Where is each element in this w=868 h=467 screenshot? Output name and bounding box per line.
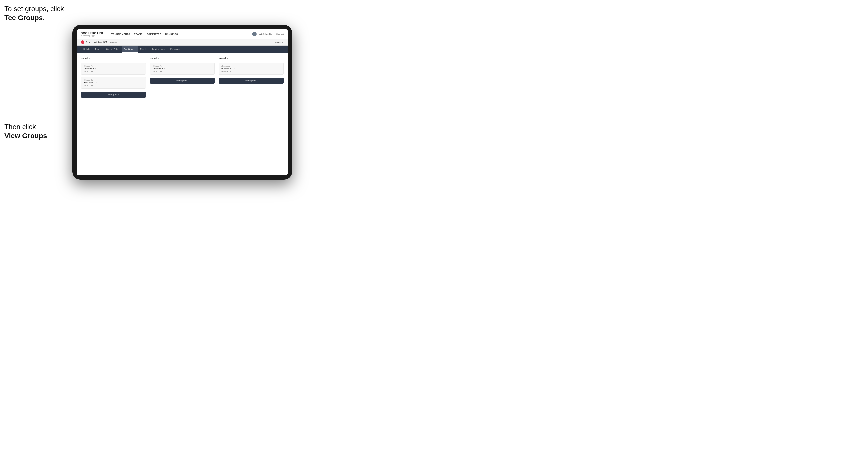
tab-leaderboards[interactable]: Leaderboards: [150, 46, 167, 53]
round-1-course-b-name: East Lake GC: [84, 81, 143, 84]
logo-area: SCOREBOARD Powered by clippit: [81, 32, 103, 36]
nav-user: blair@clippd.io: [259, 33, 272, 35]
round-1-course-a-card: (Course A) Peachtree GC Stroke Play: [81, 63, 146, 74]
round-1-course-b-label: (Course B): [84, 79, 143, 81]
round-1-column: Round 1 (Course A) Peachtree GC Stroke P…: [81, 57, 146, 98]
instruction-bottom-line1: Then click: [4, 123, 36, 130]
round-1-course-a-name: Peachtree GC: [84, 67, 143, 70]
rounds-grid: Round 1 (Course A) Peachtree GC Stroke P…: [81, 57, 284, 98]
avatar: [252, 32, 257, 36]
round-3-course-a-format: Stroke Play: [221, 70, 281, 72]
sub-header: C Clippd Invitational (M... Hosting Canc…: [77, 39, 287, 46]
round-2-course-a-card: (Course A) Peachtree GC Stroke Play: [150, 63, 215, 74]
round-2-title: Round 2: [150, 57, 215, 60]
round-2-course-a-format: Stroke Play: [153, 70, 212, 72]
c-logo-icon: C: [81, 40, 84, 44]
round-3-course-a-card: (Course A) Peachtree GC Stroke Play: [219, 63, 284, 74]
instruction-bottom: Then click View Groups.: [4, 122, 49, 141]
nav-committee[interactable]: COMMITTEE: [147, 33, 161, 35]
sign-out-link[interactable]: Sign out: [276, 33, 284, 35]
tablet-screen: SCOREBOARD Powered by clippit TOURNAMENT…: [77, 29, 287, 175]
round-3-view-groups-button[interactable]: View groups: [219, 77, 284, 84]
round-1-course-a-format: Stroke Play: [84, 70, 143, 72]
tab-results[interactable]: Results: [137, 46, 150, 53]
tab-course-setup[interactable]: Course Setup: [103, 46, 122, 53]
tab-details[interactable]: Details: [81, 46, 92, 53]
nav-bar: SCOREBOARD Powered by clippit TOURNAMENT…: [77, 29, 287, 39]
instruction-top-suffix: .: [43, 14, 45, 22]
tab-printables[interactable]: Printables: [168, 46, 182, 53]
logo-sub: Powered by clippit: [81, 35, 103, 36]
tab-bar: Details Teams Course Setup Tee Groups Re…: [77, 46, 287, 53]
cancel-button[interactable]: Cancel ✕: [275, 41, 284, 43]
round-1-title: Round 1: [81, 57, 146, 60]
round-3-course-a-label: (Course A): [221, 65, 281, 67]
tab-tee-groups[interactable]: Tee Groups: [122, 46, 137, 53]
hosting-badge: Hosting: [110, 41, 117, 43]
round-1-course-a-label: (Course A): [84, 65, 143, 67]
nav-right: blair@clippd.io | Sign out: [252, 32, 284, 36]
round-2-course-a-label: (Course A): [153, 65, 212, 67]
round-3-column: Round 3 (Course A) Peachtree GC Stroke P…: [219, 57, 284, 98]
round-2-column: Round 2 (Course A) Peachtree GC Stroke P…: [150, 57, 215, 98]
nav-tournaments[interactable]: TOURNAMENTS: [111, 33, 130, 35]
round-1-course-b-card: (Course B) East Lake GC Stroke Play: [81, 76, 146, 89]
logo-text: SCOREBOARD: [81, 32, 103, 35]
nav-rankings[interactable]: RANKINGS: [165, 33, 178, 35]
round-1-course-b-format: Stroke Play: [84, 84, 143, 86]
instruction-bottom-bold: View Groups: [4, 132, 47, 139]
tournament-name: Clippd Invitational (M...: [86, 41, 109, 43]
round-3-course-a-name: Peachtree GC: [221, 67, 281, 70]
instruction-top-line1: To set groups, click: [4, 5, 64, 13]
round-2-course-a-name: Peachtree GC: [153, 67, 212, 70]
instruction-bottom-suffix: .: [47, 132, 49, 139]
round-2-view-groups-button[interactable]: View groups: [150, 77, 215, 84]
instruction-top: To set groups, click Tee Groups.: [4, 4, 64, 23]
tournament-name-area: C Clippd Invitational (M... Hosting: [81, 40, 117, 44]
instruction-top-bold: Tee Groups: [4, 14, 43, 22]
round-1-view-groups-button[interactable]: View groups: [81, 92, 146, 98]
main-content: Round 1 (Course A) Peachtree GC Stroke P…: [77, 53, 287, 175]
nav-links: TOURNAMENTS TEAMS COMMITTEE RANKINGS: [111, 33, 246, 35]
nav-teams[interactable]: TEAMS: [134, 33, 143, 35]
tablet-device: SCOREBOARD Powered by clippit TOURNAMENT…: [72, 25, 292, 180]
tab-teams[interactable]: Teams: [92, 46, 103, 53]
round-3-title: Round 3: [219, 57, 284, 60]
